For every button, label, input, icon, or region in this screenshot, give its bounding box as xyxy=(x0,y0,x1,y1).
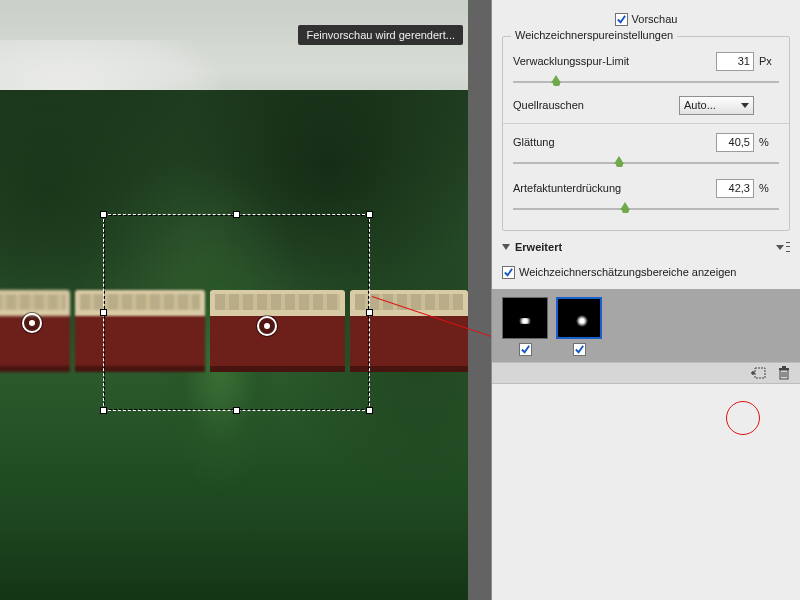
source-noise-select[interactable]: Auto... xyxy=(679,96,754,115)
handle-tr[interactable] xyxy=(366,211,373,218)
chevron-down-icon xyxy=(741,103,749,108)
svg-rect-0 xyxy=(755,368,765,378)
smoothing-unit: % xyxy=(759,136,779,148)
svg-rect-8 xyxy=(782,366,786,368)
preview-label: Vorschau xyxy=(632,13,678,25)
bounds-input[interactable] xyxy=(716,52,754,71)
group-title: Weichzeichnerspureinstellungen xyxy=(511,29,677,41)
region-thumb-checkbox[interactable] xyxy=(519,343,532,356)
handle-tl[interactable] xyxy=(100,211,107,218)
smoothing-slider[interactable] xyxy=(513,154,779,172)
bounds-slider[interactable] xyxy=(513,73,779,91)
advanced-section-header[interactable]: Erweitert xyxy=(502,237,790,257)
settings-panel: Vorschau Weichzeichnerspureinstellungen … xyxy=(491,0,800,600)
handle-tm[interactable] xyxy=(233,211,240,218)
trash-icon[interactable] xyxy=(776,365,792,381)
disclosure-triangle-icon xyxy=(502,244,510,250)
region-thumb[interactable] xyxy=(556,297,602,339)
image-preview[interactable]: Feinvorschau wird gerendert... xyxy=(0,0,491,600)
annotation-circle xyxy=(726,401,760,435)
handle-ml[interactable] xyxy=(100,309,107,316)
smoothing-input[interactable] xyxy=(716,133,754,152)
render-status: Feinvorschau wird gerendert... xyxy=(298,25,463,45)
preview-checkbox[interactable] xyxy=(615,13,628,26)
smoothing-label: Glättung xyxy=(513,136,716,148)
artifact-slider[interactable] xyxy=(513,200,779,218)
handle-mr[interactable] xyxy=(366,309,373,316)
flyout-menu-icon[interactable] xyxy=(776,242,790,252)
handle-bl[interactable] xyxy=(100,407,107,414)
handle-br[interactable] xyxy=(366,407,373,414)
show-regions-label: Weichzeichnerschätzungsbereiche anzeigen xyxy=(519,266,737,278)
artifact-input[interactable] xyxy=(716,179,754,198)
source-noise-value: Auto... xyxy=(684,99,716,111)
show-regions-checkbox[interactable] xyxy=(502,266,515,279)
blur-pin[interactable] xyxy=(22,313,42,333)
selection-marquee[interactable] xyxy=(103,214,370,411)
handle-bm[interactable] xyxy=(233,407,240,414)
thumbnail-toolbar xyxy=(492,362,800,384)
region-thumb-checkbox[interactable] xyxy=(573,343,586,356)
artifact-label: Artefaktunterdrückung xyxy=(513,182,716,194)
artifact-unit: % xyxy=(759,182,779,194)
svg-rect-7 xyxy=(779,368,789,370)
blur-trace-group: Weichzeichnerspureinstellungen Verwacklu… xyxy=(502,36,790,231)
add-region-icon[interactable] xyxy=(750,365,766,381)
advanced-title: Erweitert xyxy=(515,241,776,253)
region-thumb[interactable] xyxy=(502,297,548,339)
bounds-label: Verwacklungsspur-Limit xyxy=(513,55,716,67)
source-noise-label: Quellrauschen xyxy=(513,99,679,111)
bounds-unit: Px xyxy=(759,55,779,67)
region-thumbnails xyxy=(492,289,800,362)
